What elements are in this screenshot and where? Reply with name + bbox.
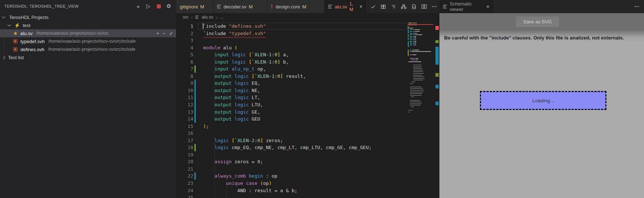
minimap-line bbox=[408, 50, 433, 50]
tree-item-project-test[interactable]: ⚡test bbox=[0, 21, 176, 29]
remove-icon[interactable]: − bbox=[163, 31, 166, 36]
ruler-mark bbox=[435, 85, 439, 88]
minimap[interactable] bbox=[408, 21, 434, 198]
code-text: always_comb begin : op bbox=[203, 172, 278, 180]
chip-icon bbox=[13, 47, 18, 52]
code-text: output logic GE, bbox=[203, 108, 260, 116]
line-number: 1 bbox=[176, 23, 193, 30]
code-text: input logic [`XLEN-1:0] a, bbox=[203, 51, 289, 58]
file-lines-icon bbox=[328, 5, 332, 8]
tab-decoder.sv[interactable]: decoder.svM bbox=[213, 0, 267, 13]
gear-icon[interactable]: ⚙ bbox=[166, 3, 172, 9]
minimap-line bbox=[408, 61, 433, 62]
open-preview-icon[interactable] bbox=[380, 4, 386, 10]
minimap-line bbox=[408, 98, 433, 99]
code-line: 3 bbox=[176, 37, 439, 44]
breadcrumb-file[interactable]: alu.sv bbox=[202, 15, 213, 20]
minimap-line bbox=[408, 46, 433, 47]
teroshdl-sidebar: TEROSHDL: TEROSHDL_TREE_VIEW + ▷ ⚙ Teros… bbox=[0, 0, 176, 198]
tab-gitignore[interactable]: gitignoreM bbox=[176, 0, 213, 13]
minimap-line bbox=[408, 102, 433, 102]
minimap-line bbox=[408, 60, 433, 60]
tab-design.core[interactable]: !design.coreM bbox=[267, 0, 325, 13]
check-icon[interactable] bbox=[370, 4, 376, 10]
line-number: 8 bbox=[176, 73, 193, 80]
minimap-line bbox=[408, 34, 433, 35]
minimap-change-mark bbox=[408, 37, 409, 40]
split-editor-icon[interactable] bbox=[421, 4, 427, 10]
code-editor[interactable]: 1`include "defines.svh"2`include "typede… bbox=[176, 21, 439, 198]
breadcrumb-folder[interactable]: src bbox=[183, 15, 189, 20]
tab-label: gitignore bbox=[180, 4, 198, 9]
code-line: 24 AND : result = a & b; bbox=[176, 187, 439, 194]
tree-item-alu.sv[interactable]: ★alu.sv/home/xsaw/asic-projects/riscv-sv… bbox=[0, 29, 176, 37]
minimap-line bbox=[408, 92, 433, 92]
code-line: 10 output logic NE, bbox=[176, 87, 439, 94]
file-lines-icon bbox=[195, 16, 199, 19]
code-text: ); bbox=[203, 123, 209, 130]
minimap-line bbox=[408, 53, 433, 54]
file-path: /home/xsaw/asic-projects/riscv-sv/src bbox=[36, 31, 109, 36]
line-number: 9 bbox=[176, 80, 193, 87]
code-text: output logic NE, bbox=[203, 87, 260, 94]
loading-label: Loading... bbox=[532, 98, 554, 103]
minimap-line bbox=[408, 28, 433, 28]
minimap-line bbox=[408, 85, 433, 85]
run-icon[interactable]: ▷ bbox=[146, 3, 151, 9]
tree-indent-guide bbox=[4, 29, 4, 53]
more-icon[interactable] bbox=[431, 4, 437, 10]
add-project-icon[interactable]: + bbox=[135, 3, 141, 9]
select-icon[interactable]: ✓ bbox=[169, 31, 173, 36]
minimap-line bbox=[408, 38, 433, 38]
gutter-change-marker bbox=[194, 65, 196, 73]
tab-alu.sv[interactable]: alu.sv1, M× bbox=[325, 0, 366, 13]
project-tree: TerosHDL Projects⚡test★alu.sv/home/xsaw/… bbox=[0, 13, 176, 61]
code-line: 6 input logic [`XLEN-1:0] b, bbox=[176, 58, 439, 66]
tree-item-typedef.svh[interactable]: typedef.svh/home/xsaw/asic-projects/risc… bbox=[0, 37, 176, 45]
editor-tabbar: gitignoreMdecoder.svM!design.coreMalu.sv… bbox=[176, 0, 439, 13]
sidebar-actions: + ▷ ⚙ bbox=[135, 3, 172, 9]
breadcrumb: src › alu.sv › ... bbox=[176, 13, 439, 21]
close-icon[interactable]: × bbox=[486, 4, 489, 9]
code-text: `include "defines.svh" bbox=[203, 23, 266, 30]
add-icon[interactable]: + bbox=[156, 31, 159, 36]
outline-icon[interactable] bbox=[390, 4, 396, 10]
overview-ruler[interactable] bbox=[435, 21, 439, 198]
minimap-line bbox=[408, 56, 433, 57]
code-text: logic [`XLEN-2:0] zeros; bbox=[203, 137, 283, 144]
code-text: output logic GEU bbox=[203, 115, 260, 123]
line-number: 5 bbox=[176, 51, 193, 58]
more-actions-icon[interactable] bbox=[634, 4, 640, 9]
line-number: 20 bbox=[176, 158, 193, 165]
line-number: 6 bbox=[176, 58, 193, 66]
schematic-webview: Save as SVG Be careful with the "include… bbox=[439, 13, 644, 198]
chevron-right-icon: › bbox=[191, 15, 193, 20]
file-code-icon[interactable] bbox=[411, 4, 417, 10]
exclamation-icon: ! bbox=[271, 4, 273, 9]
minimap-line bbox=[408, 66, 433, 67]
tree-item-teroshdl-projects[interactable]: TerosHDL Projects bbox=[0, 13, 176, 21]
modified-badge: M bbox=[302, 4, 306, 9]
tree-item-test-list[interactable]: Test list bbox=[0, 53, 176, 61]
minimap-change-mark bbox=[408, 35, 409, 37]
minimap-change-mark bbox=[408, 26, 409, 29]
tree-label: Test list bbox=[8, 55, 24, 60]
line-number: 15 bbox=[176, 123, 193, 130]
netlist-icon[interactable] bbox=[400, 4, 407, 10]
line-number: 16 bbox=[176, 130, 193, 137]
save-as-svg-button[interactable]: Save as SVG bbox=[516, 16, 559, 27]
minimap-line bbox=[408, 80, 433, 80]
line-number: 10 bbox=[176, 87, 193, 94]
stop-icon[interactable] bbox=[156, 3, 162, 9]
line-number: 24 bbox=[176, 187, 193, 194]
editor-title-actions bbox=[370, 0, 437, 13]
breadcrumb-symbol[interactable]: ... bbox=[220, 15, 224, 20]
tab-schematic-viewer[interactable]: Schematic viewer × bbox=[439, 0, 493, 13]
file-name: defines.svh bbox=[20, 47, 44, 52]
tab-label: alu.sv bbox=[335, 4, 347, 9]
chevron-down-icon bbox=[8, 23, 11, 27]
close-icon[interactable]: × bbox=[360, 4, 362, 9]
code-line: 22 always_comb begin : op bbox=[176, 172, 439, 180]
tree-item-defines.svh[interactable]: defines.svh/home/xsaw/asic-projects/risc… bbox=[0, 45, 176, 53]
minimap-change-mark bbox=[408, 41, 409, 46]
